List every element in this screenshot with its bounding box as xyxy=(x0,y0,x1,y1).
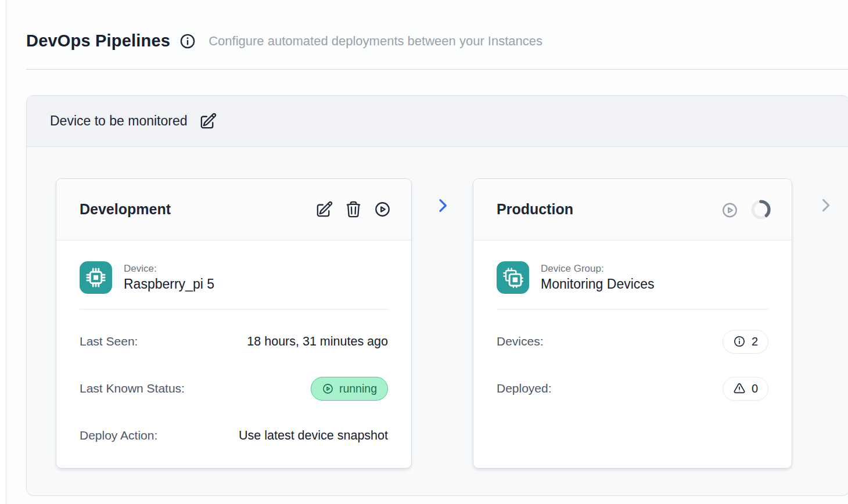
development-stage-card: Development xyxy=(56,178,412,469)
devices-label: Devices: xyxy=(497,334,544,348)
deployed-label: Deployed: xyxy=(497,381,552,395)
devices-count-badge[interactable]: 2 xyxy=(723,330,768,354)
card-divider xyxy=(80,309,388,309)
deployed-row: Deployed: 0 xyxy=(497,376,768,401)
header-divider xyxy=(26,69,848,70)
page-subtitle: Configure automated deployments between … xyxy=(209,34,542,49)
production-card-body: Device Group: Monitoring Devices Devices… xyxy=(473,240,792,401)
page-title: DevOps Pipelines xyxy=(26,31,170,51)
play-circle-icon[interactable] xyxy=(373,200,391,218)
production-title: Production xyxy=(497,201,573,218)
last-seen-label: Last Seen: xyxy=(80,334,138,348)
status-badge-label: running xyxy=(339,382,377,395)
device-group-row: Device Group: Monitoring Devices xyxy=(497,261,768,294)
pipeline-panel-header: Device to be monitored xyxy=(27,96,848,147)
production-card-header: Production xyxy=(473,179,792,240)
chip-group-icon xyxy=(497,261,529,294)
warning-triangle-icon xyxy=(733,382,746,395)
pipeline-flow-connector xyxy=(412,178,473,215)
loading-spinner xyxy=(750,199,772,221)
play-circle-icon[interactable] xyxy=(721,200,739,218)
last-known-status-label: Last Known Status: xyxy=(80,381,185,395)
info-circle-icon xyxy=(733,335,746,348)
development-actions xyxy=(315,200,391,218)
devices-row: Devices: 2 xyxy=(497,329,768,354)
chip-icon xyxy=(80,261,112,294)
production-actions xyxy=(721,199,772,221)
device-row: Device: Raspberry_pi 5 xyxy=(80,261,388,294)
main-content: DevOps Pipelines Configure automated dep… xyxy=(6,0,848,504)
pipeline-panel: Device to be monitored Development xyxy=(26,95,848,496)
card-divider xyxy=(497,309,768,309)
last-known-status-row: Last Known Status: running xyxy=(80,376,388,401)
play-circle-icon xyxy=(322,383,334,395)
deployed-count: 0 xyxy=(752,382,758,395)
device-group-label: Device Group: xyxy=(541,263,655,275)
device-name: Raspberry_pi 5 xyxy=(124,276,214,292)
page-header: DevOps Pipelines Configure automated dep… xyxy=(26,31,848,51)
device-group-name: Monitoring Devices xyxy=(541,276,655,292)
pipeline-stages: Development xyxy=(27,147,848,469)
deploy-action-row: Deploy Action: Use latest device snapsho… xyxy=(80,423,388,448)
deploy-action-value: Use latest device snapshot xyxy=(239,429,388,443)
last-seen-value: 18 hours, 31 minutes ago xyxy=(247,334,388,349)
edit-icon[interactable] xyxy=(199,112,217,130)
last-seen-row: Last Seen: 18 hours, 31 minutes ago xyxy=(80,329,388,354)
devices-count: 2 xyxy=(752,335,758,348)
production-stage-card: Production xyxy=(473,178,792,469)
panel-title: Device to be monitored xyxy=(50,113,188,129)
edit-icon[interactable] xyxy=(315,200,333,218)
deployed-count-badge[interactable]: 0 xyxy=(723,377,768,401)
chevron-right-icon xyxy=(433,196,452,215)
device-label: Device: xyxy=(124,263,214,275)
development-title: Development xyxy=(80,201,171,218)
development-card-body: Device: Raspberry_pi 5 Last Seen: 18 hou… xyxy=(56,240,411,448)
status-badge: running xyxy=(311,377,388,401)
deploy-action-label: Deploy Action: xyxy=(80,429,157,442)
trash-icon[interactable] xyxy=(344,200,362,218)
development-card-header: Development xyxy=(56,179,411,240)
next-stage-chevron[interactable] xyxy=(817,178,835,216)
info-circle-icon[interactable] xyxy=(179,33,196,50)
chevron-right-icon xyxy=(817,196,835,214)
